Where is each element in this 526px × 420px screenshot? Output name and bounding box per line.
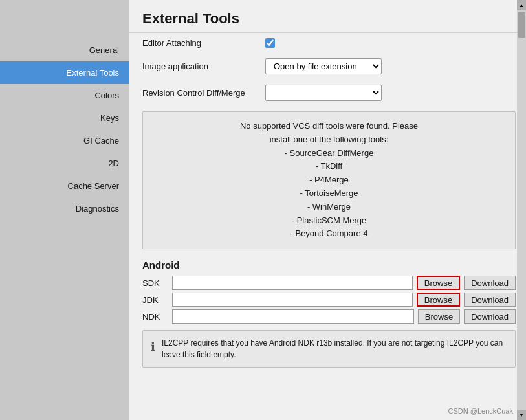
scroll-up-button[interactable]: ▲	[517, 0, 526, 10]
sidebar: General External Tools Colors Keys GI Ca…	[0, 0, 129, 420]
sidebar-item-diagnostics[interactable]: Diagnostics	[0, 197, 129, 220]
sdk-browse-button[interactable]: Browse	[417, 276, 460, 290]
scroll-down-button[interactable]: ▼	[517, 410, 526, 420]
android-section-title: Android	[142, 260, 516, 271]
page-title: External Tools	[142, 10, 513, 27]
sdk-input[interactable]	[172, 276, 413, 290]
jdk-label: JDK	[142, 295, 168, 305]
main-panel: ▲ ▼ External Tools Editor Attaching Imag…	[129, 0, 526, 420]
revision-control-row: Revision Control Diff/Merge	[142, 80, 516, 106]
jdk-input[interactable]	[172, 293, 413, 307]
sidebar-item-colors[interactable]: Colors	[0, 84, 129, 107]
info-icon: ℹ	[151, 338, 155, 356]
jdk-row: JDK Browse Download	[142, 293, 516, 307]
scrollbar[interactable]: ▲ ▼	[517, 0, 526, 420]
sdk-label: SDK	[142, 278, 168, 288]
editor-attaching-label: Editor Attaching	[142, 38, 259, 48]
image-application-control: Open by file extension	[265, 58, 516, 74]
main-body: Editor Attaching Image application Open …	[129, 33, 526, 420]
image-application-select[interactable]: Open by file extension	[265, 58, 382, 74]
scrollbar-thumb[interactable]	[518, 12, 525, 38]
jdk-browse-button[interactable]: Browse	[417, 293, 460, 307]
ndk-label: NDK	[142, 312, 168, 322]
ndk-download-button[interactable]: Download	[464, 309, 516, 324]
sdk-download-button[interactable]: Download	[464, 276, 516, 290]
sidebar-item-external-tools[interactable]: External Tools	[0, 61, 129, 84]
main-header: External Tools	[129, 0, 526, 33]
il2cpp-message-text: IL2CPP requires that you have Android ND…	[162, 337, 507, 360]
editor-attaching-checkbox[interactable]	[265, 38, 275, 48]
sdk-row: SDK Browse Download	[142, 276, 516, 290]
ndk-row: NDK Browse Download	[142, 309, 516, 324]
revision-control-select[interactable]	[265, 85, 382, 101]
sidebar-item-2d[interactable]: 2D	[0, 152, 129, 175]
editor-attaching-row: Editor Attaching	[142, 33, 516, 53]
ndk-input[interactable]	[172, 309, 414, 324]
sidebar-item-gi-cache[interactable]: GI Cache	[0, 129, 129, 152]
image-application-label: Image application	[142, 61, 259, 71]
revision-control-label: Revision Control Diff/Merge	[142, 88, 259, 98]
editor-attaching-control	[265, 38, 516, 48]
vcs-message-box: No supported VCS diff tools were found. …	[142, 111, 516, 249]
watermark: CSDN @LenckCuak	[448, 407, 513, 415]
image-application-row: Image application Open by file extension	[142, 53, 516, 80]
ndk-browse-button[interactable]: Browse	[418, 309, 460, 324]
jdk-download-button[interactable]: Download	[464, 293, 516, 307]
sidebar-item-keys[interactable]: Keys	[0, 107, 129, 129]
vcs-message-text: No supported VCS diff tools were found. …	[240, 121, 418, 238]
sidebar-item-general[interactable]: General	[0, 39, 129, 61]
revision-control-control	[265, 85, 516, 101]
il2cpp-info-box: ℹ IL2CPP requires that you have Android …	[142, 330, 516, 368]
sidebar-item-cache-server[interactable]: Cache Server	[0, 175, 129, 197]
